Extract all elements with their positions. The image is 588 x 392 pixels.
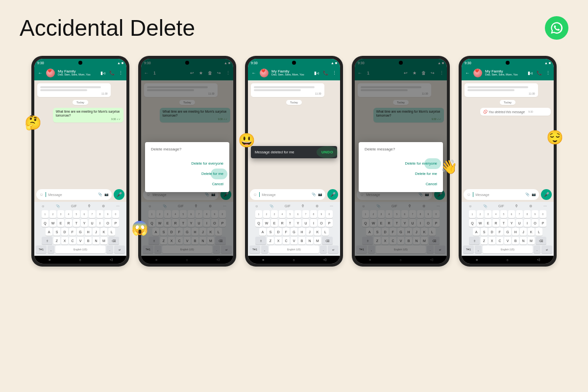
key-S[interactable]: S [53, 228, 60, 236]
key-0[interactable]: 0 [326, 210, 333, 218]
incoming-message[interactable]: 11:30 [37, 83, 111, 97]
sent-message[interactable]: What time are we meeting for Mom's surpr… [53, 108, 123, 122]
key-7[interactable]: 7 [89, 210, 96, 218]
key-N[interactable]: N [306, 237, 313, 245]
key-P[interactable]: P [112, 219, 119, 227]
key-C[interactable]: C [496, 237, 503, 245]
key-W[interactable]: W [263, 219, 270, 227]
delete-for-me-button[interactable]: Delete for me [151, 169, 224, 179]
undo-button[interactable]: UNDO [321, 150, 333, 154]
key-U[interactable]: U [516, 219, 523, 227]
key-K[interactable]: K [314, 228, 321, 236]
key-C[interactable]: C [69, 237, 76, 245]
key-O[interactable]: O [532, 219, 539, 227]
key-P[interactable]: P [326, 219, 333, 227]
key-9[interactable]: 9 [318, 210, 325, 218]
key-M[interactable]: M [100, 237, 107, 245]
key-L[interactable]: L [322, 228, 329, 236]
key-1[interactable]: 1 [255, 210, 262, 218]
key-A[interactable]: A [473, 228, 480, 236]
shift-key[interactable]: ⇧ [42, 237, 52, 245]
key-X[interactable]: X [275, 237, 282, 245]
key-I[interactable]: I [97, 219, 103, 227]
key-9[interactable]: 9 [104, 210, 111, 218]
key-8[interactable]: 8 [97, 210, 103, 218]
delete-for-everyone-button[interactable]: Delete for everyone [151, 158, 224, 169]
key-B[interactable]: B [85, 237, 92, 245]
key-5[interactable]: 5 [73, 210, 80, 218]
key-5[interactable]: 5 [500, 210, 507, 218]
key-R[interactable]: R [65, 219, 72, 227]
key-J[interactable]: J [93, 228, 99, 236]
key-Q[interactable]: Q [255, 219, 262, 227]
key-U[interactable]: U [89, 219, 96, 227]
key-3[interactable]: 3 [271, 210, 278, 218]
key-Q[interactable]: Q [469, 219, 476, 227]
key-7[interactable]: 7 [516, 210, 523, 218]
key-B[interactable]: B [512, 237, 519, 245]
key-9[interactable]: 9 [532, 210, 539, 218]
key-6[interactable]: 6 [508, 210, 515, 218]
key-K[interactable]: K [528, 228, 535, 236]
mode-key[interactable]: ?#1 [36, 245, 47, 253]
key-F[interactable]: F [69, 228, 76, 236]
key-4[interactable]: 4 [65, 210, 72, 218]
key-0[interactable]: 0 [539, 210, 546, 218]
backspace-key[interactable]: ⌫ [108, 237, 119, 245]
chat-avatar[interactable] [46, 69, 55, 77]
key-L[interactable]: L [536, 228, 542, 236]
key-D[interactable]: D [61, 228, 68, 236]
key-P[interactable]: P [539, 219, 546, 227]
video-call-icon[interactable]: ▮◃ [100, 71, 106, 75]
key-W[interactable]: W [477, 219, 484, 227]
key-3[interactable]: 3 [485, 210, 491, 218]
key-Y[interactable]: Y [81, 219, 88, 227]
key-J[interactable]: J [306, 228, 313, 236]
space-key[interactable]: English (US) [55, 245, 105, 253]
voice-call-icon[interactable]: 📞 [109, 71, 115, 75]
key-I[interactable]: I [310, 219, 317, 227]
key-N[interactable]: N [93, 237, 99, 245]
menu-icon[interactable]: ⋮ [118, 71, 123, 75]
key-Y[interactable]: Y [294, 219, 301, 227]
key-D[interactable]: D [489, 228, 495, 236]
key-Y[interactable]: Y [508, 219, 515, 227]
key-G[interactable]: G [504, 228, 511, 236]
key-N[interactable]: N [520, 237, 527, 245]
key-T[interactable]: T [500, 219, 507, 227]
key-Z[interactable]: Z [481, 237, 488, 245]
key-6[interactable]: 6 [81, 210, 88, 218]
key-X[interactable]: X [61, 237, 68, 245]
key-L[interactable]: L [108, 228, 115, 236]
attach-icon[interactable]: 📎 [98, 193, 102, 196]
key-H[interactable]: H [298, 228, 305, 236]
cancel-button[interactable]: Cancel [151, 179, 224, 189]
key-X[interactable]: X [489, 237, 495, 245]
delete-for-everyone-button[interactable]: Delete for everyone [365, 158, 438, 169]
key-8[interactable]: 8 [524, 210, 531, 218]
key-B[interactable]: B [298, 237, 305, 245]
key-1[interactable]: 1 [469, 210, 476, 218]
key-F[interactable]: F [496, 228, 503, 236]
key-Z[interactable]: Z [267, 237, 274, 245]
key-M[interactable]: M [314, 237, 321, 245]
key-H[interactable]: H [512, 228, 519, 236]
key-5[interactable]: 5 [287, 210, 294, 218]
key-S[interactable]: S [267, 228, 274, 236]
key-G[interactable]: G [77, 228, 84, 236]
key-1[interactable]: 1 [42, 210, 49, 218]
key-2[interactable]: 2 [49, 210, 56, 218]
delete-for-me-button[interactable]: Delete for me [365, 169, 438, 179]
back-icon[interactable]: ← [37, 71, 43, 75]
key-J[interactable]: J [520, 228, 527, 236]
key-R[interactable]: R [279, 219, 286, 227]
enter-key[interactable]: ↵ [114, 245, 125, 253]
deleted-message[interactable]: 🚫 You deleted this message 9:30 [480, 108, 551, 116]
key-O[interactable]: O [104, 219, 111, 227]
mic-button[interactable]: 🎤 [114, 189, 124, 200]
key-2[interactable]: 2 [477, 210, 484, 218]
key-E[interactable]: E [271, 219, 278, 227]
key-V[interactable]: V [504, 237, 511, 245]
key-4[interactable]: 4 [492, 210, 499, 218]
key-R[interactable]: R [492, 219, 499, 227]
